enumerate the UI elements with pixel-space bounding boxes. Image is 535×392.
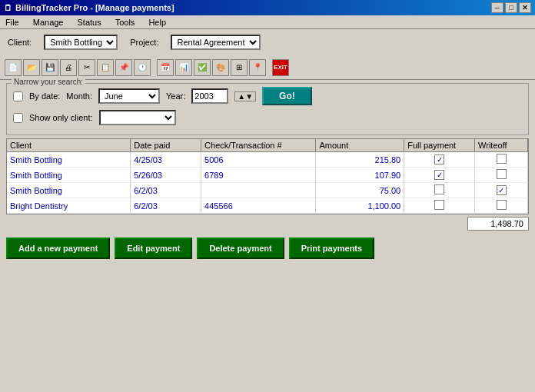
table-header-row: Client Date paid Check/Transaction # Amo… bbox=[7, 139, 528, 152]
month-label: Month: bbox=[66, 91, 92, 101]
client-dropdown-wrap[interactable]: Smith Bottling bbox=[44, 35, 118, 50]
go-button[interactable]: Go! bbox=[262, 87, 312, 105]
app-icon: 🗒 bbox=[4, 3, 12, 12]
toolbar-save-icon[interactable]: 💾 bbox=[42, 59, 58, 76]
show-only-label: Show only client: bbox=[29, 113, 93, 122]
cell-full-payment[interactable] bbox=[404, 152, 475, 168]
year-input[interactable] bbox=[191, 88, 228, 104]
cell-client: Smith Bottling bbox=[7, 183, 131, 198]
toolbar-cut-icon[interactable]: ✂ bbox=[78, 59, 95, 76]
toolbar-calendar-icon[interactable]: 📅 bbox=[157, 59, 174, 76]
cell-date: 4/25/03 bbox=[131, 152, 201, 168]
toolbar-clock-icon[interactable]: 🕐 bbox=[134, 59, 151, 76]
cell-date: 6/2/03 bbox=[131, 183, 201, 198]
by-date-checkbox[interactable] bbox=[13, 91, 23, 101]
cell-check: 445566 bbox=[201, 198, 316, 214]
window-title: BillingTracker Pro - [Manage payments] bbox=[15, 3, 174, 12]
month-select[interactable]: JanuaryFebruaryMarchAprilMayJuneJulyAugu… bbox=[98, 88, 160, 104]
col-client: Client bbox=[7, 139, 131, 152]
total-amount: 1,498.70 bbox=[467, 217, 529, 231]
total-row: 1,498.70 bbox=[0, 214, 535, 233]
title-bar: 🗒 BillingTracker Pro - [Manage payments]… bbox=[0, 0, 535, 15]
toolbar-pin-icon[interactable]: 📍 bbox=[249, 59, 266, 76]
col-date-paid: Date paid bbox=[131, 139, 201, 152]
project-dropdown[interactable]: Rental Agreement bbox=[172, 35, 259, 49]
cell-writeoff[interactable] bbox=[475, 198, 528, 214]
table-row[interactable]: Smith Bottling 6/2/03 75.00 bbox=[7, 183, 528, 198]
cell-check bbox=[201, 183, 316, 198]
show-only-client-select[interactable] bbox=[99, 110, 176, 125]
toolbar-colors-icon[interactable]: 🎨 bbox=[212, 59, 229, 76]
cell-client: Smith Bottling bbox=[7, 152, 131, 168]
toolbar-paste-icon[interactable]: 📌 bbox=[115, 59, 132, 76]
cell-full-payment[interactable] bbox=[404, 183, 475, 198]
toolbar-new-icon[interactable]: 📄 bbox=[5, 59, 22, 76]
show-only-checkbox[interactable] bbox=[13, 113, 23, 123]
cell-amount: 75.00 bbox=[316, 183, 404, 198]
delete-payment-button[interactable]: Delete payment bbox=[197, 238, 284, 259]
toolbar-check-icon[interactable]: ✅ bbox=[194, 59, 211, 76]
toolbar-exit-icon[interactable]: EXIT bbox=[272, 59, 289, 76]
client-dropdown[interactable]: Smith Bottling bbox=[45, 35, 116, 49]
menu-status[interactable]: Status bbox=[75, 18, 104, 27]
minimize-button[interactable]: ─ bbox=[491, 2, 503, 13]
year-label: Year: bbox=[166, 91, 185, 101]
toolbar-open-icon[interactable]: 📂 bbox=[23, 59, 40, 76]
year-spinner-icon[interactable]: ▲▼ bbox=[234, 91, 256, 101]
print-payments-button[interactable]: Print payments bbox=[289, 238, 374, 259]
cell-writeoff[interactable] bbox=[475, 152, 528, 168]
search-legend: Narrow your search: bbox=[12, 78, 85, 86]
menu-file[interactable]: File bbox=[3, 18, 22, 27]
search-row-client: Show only client: bbox=[13, 110, 522, 125]
add-payment-button[interactable]: Add a new payment bbox=[6, 238, 110, 259]
col-full-payment: Full payment bbox=[404, 139, 475, 152]
window-controls[interactable]: ─ □ ✕ bbox=[491, 2, 531, 13]
payments-table: Client Date paid Check/Transaction # Amo… bbox=[7, 139, 528, 214]
action-buttons-bar: Add a new payment Edit payment Delete pa… bbox=[0, 233, 535, 264]
col-check-num: Check/Transaction # bbox=[201, 139, 316, 152]
table-row[interactable]: Smith Bottling 5/26/03 6789 107.90 bbox=[7, 168, 528, 183]
toolbar: 📄 📂 💾 🖨 ✂ 📋 📌 🕐 📅 📊 ✅ 🎨 ⊞ 📍 EXIT bbox=[0, 55, 535, 80]
cell-client: Bright Dentistry bbox=[7, 198, 131, 214]
cell-writeoff[interactable] bbox=[475, 168, 528, 183]
toolbar-grid-icon[interactable]: ⊞ bbox=[231, 59, 248, 76]
cell-amount: 215.80 bbox=[316, 152, 404, 168]
cell-full-payment[interactable] bbox=[404, 198, 475, 214]
toolbar-print-icon[interactable]: 🖨 bbox=[60, 59, 77, 76]
menu-manage[interactable]: Manage bbox=[31, 18, 66, 27]
project-dropdown-wrap[interactable]: Rental Agreement bbox=[171, 35, 261, 50]
cell-client: Smith Bottling bbox=[7, 168, 131, 183]
col-writeoff: Writeoff bbox=[475, 139, 528, 152]
menu-tools[interactable]: Tools bbox=[113, 18, 138, 27]
cell-full-payment[interactable] bbox=[404, 168, 475, 183]
cell-amount: 1,100.00 bbox=[316, 198, 404, 214]
cell-check: 5006 bbox=[201, 152, 316, 168]
title-bar-text: 🗒 BillingTracker Pro - [Manage payments] bbox=[4, 3, 174, 12]
close-button[interactable]: ✕ bbox=[519, 2, 531, 13]
search-panel: Narrow your search: By date: Month: Janu… bbox=[6, 83, 529, 135]
toolbar-copy-icon[interactable]: 📋 bbox=[97, 59, 114, 76]
cell-amount: 107.90 bbox=[316, 168, 404, 183]
cell-date: 5/26/03 bbox=[131, 168, 201, 183]
maximize-button[interactable]: □ bbox=[505, 2, 517, 13]
project-label: Project: bbox=[130, 38, 158, 47]
toolbar-graph-icon[interactable]: 📊 bbox=[175, 59, 192, 76]
table-row[interactable]: Smith Bottling 4/25/03 5006 215.80 bbox=[7, 152, 528, 168]
edit-payment-button[interactable]: Edit payment bbox=[115, 238, 192, 259]
menu-help[interactable]: Help bbox=[146, 18, 168, 27]
cell-check: 6789 bbox=[201, 168, 316, 183]
client-label: Client: bbox=[8, 38, 32, 47]
by-date-label: By date: bbox=[29, 91, 60, 101]
payments-table-wrap: Client Date paid Check/Transaction # Amo… bbox=[6, 138, 529, 214]
cell-writeoff[interactable] bbox=[475, 183, 528, 198]
col-amount: Amount bbox=[316, 139, 404, 152]
cell-date: 6/2/03 bbox=[131, 198, 201, 214]
client-project-row: Client: Smith Bottling Project: Rental A… bbox=[0, 29, 535, 55]
search-row-date: By date: Month: JanuaryFebruaryMarchApri… bbox=[13, 87, 522, 105]
menu-bar: File Manage Status Tools Help bbox=[0, 15, 535, 29]
table-row[interactable]: Bright Dentistry 6/2/03 445566 1,100.00 bbox=[7, 198, 528, 214]
